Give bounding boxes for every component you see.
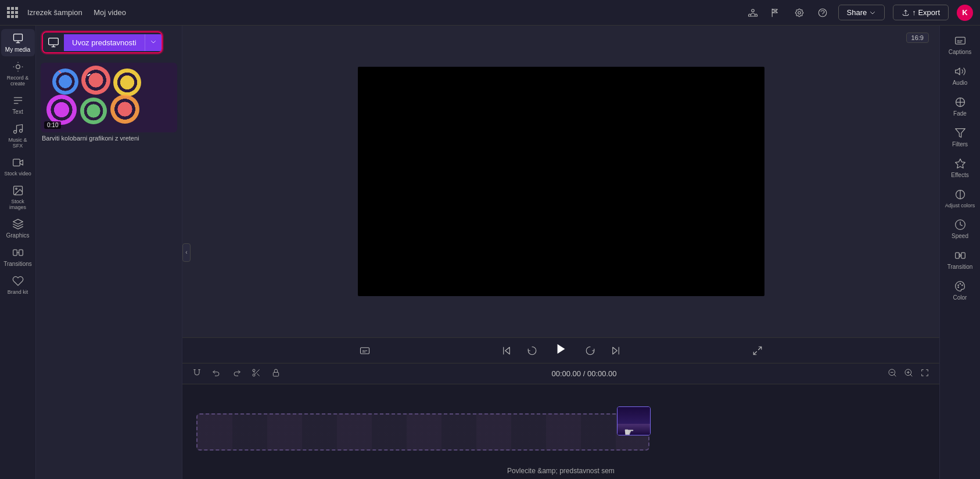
play-button[interactable] [550, 340, 572, 361]
main-area: My media Record & create Text Music & SF… [0, 26, 980, 479]
flag-button[interactable] [769, 5, 784, 20]
sidebar-item-brand-kit[interactable]: Brand kit [1, 272, 35, 298]
svg-rect-8 [19, 250, 23, 255]
sidebar-item-record-create[interactable]: Record & create [1, 57, 35, 90]
drag-hint: Povlecite &amp; predstavnost sem [507, 467, 615, 475]
drag-cursor: ☛ [624, 425, 634, 439]
brand-icon [12, 275, 24, 287]
zoom-in-button[interactable] [902, 366, 915, 381]
sidebar-item-stock-images[interactable]: Stock images [1, 181, 35, 214]
sidebar-item-graphics[interactable]: Graphics [1, 215, 35, 242]
svg-rect-13 [273, 372, 278, 376]
right-item-audio[interactable]: Audio [942, 61, 979, 91]
skip-back-button[interactable] [499, 343, 514, 358]
sidebar-item-text[interactable]: Text [1, 91, 35, 118]
video-preview: 16:9 [182, 26, 939, 337]
avatar[interactable]: K [957, 5, 973, 21]
center-area: 16:9 [182, 26, 939, 479]
right-item-label: Effects [951, 172, 968, 178]
video-title: Moj video [94, 8, 126, 17]
media-grid: 0:10 Barviti kolobarni grafikoni z vrete… [36, 58, 182, 146]
import-dropdown-button[interactable] [145, 34, 161, 51]
playback-controls [182, 337, 939, 363]
project-name: Izrezek šampion [27, 8, 82, 17]
right-item-captions[interactable]: Captions [942, 30, 979, 60]
forward-button[interactable] [583, 343, 598, 358]
svg-point-23 [959, 283, 961, 285]
rewind-button[interactable] [525, 343, 540, 358]
image-icon [12, 185, 24, 196]
cut-button[interactable] [250, 366, 263, 381]
caption-toggle-button[interactable] [357, 343, 372, 358]
timeline-time: 00:00.00 / 00:00.00 [551, 369, 616, 378]
right-item-label: Fade [953, 110, 967, 117]
right-item-adjust-colors[interactable]: Adjust colors [942, 184, 979, 213]
lock-button[interactable] [270, 366, 282, 381]
export-button[interactable]: ↑ Export [893, 5, 949, 20]
timeline-track[interactable]: ☛ [196, 413, 649, 451]
time-sep: / [583, 369, 587, 378]
sidebar-item-my-media[interactable]: My media [1, 29, 35, 56]
media-panel-header: Uvoz predstavnosti [36, 26, 182, 58]
total-time: 00:00.00 [587, 369, 617, 378]
video-icon [12, 157, 24, 168]
transitions-icon [12, 247, 24, 258]
record-icon [12, 61, 24, 73]
aspect-ratio-badge[interactable]: 16:9 [906, 33, 929, 43]
sidebar-item-label: Stock images [3, 199, 33, 210]
effects-icon [954, 158, 966, 170]
sidebar-item-music-sfx[interactable]: Music & SFX [1, 120, 35, 152]
right-item-effects[interactable]: Effects [942, 153, 979, 183]
import-label: Uvoz predstavnosti [72, 38, 137, 47]
audio-icon [954, 66, 966, 77]
color-icon [954, 280, 966, 292]
video-canvas [358, 67, 764, 296]
sidebar-item-label: Text [12, 109, 23, 115]
media-card[interactable]: 0:10 Barviti kolobarni grafikoni z vrete… [41, 63, 177, 142]
magnet-tool-button[interactable] [191, 366, 203, 381]
media-icon [12, 33, 24, 44]
right-item-label: Audio [953, 80, 968, 86]
sidebar-item-label: Record & create [3, 75, 33, 87]
sidebar-item-stock-video[interactable]: Stock video [1, 153, 35, 180]
sidebar-item-label: Brand kit [8, 289, 28, 295]
share-button[interactable]: Share [838, 5, 885, 20]
transition-icon [954, 250, 966, 261]
right-item-speed[interactable]: Speed [942, 214, 979, 244]
skip-forward-button[interactable] [608, 343, 623, 358]
current-time: 00:00.00 [551, 369, 581, 378]
right-item-label: Filters [952, 141, 968, 147]
expand-button[interactable] [750, 343, 765, 358]
svg-point-22 [957, 284, 959, 286]
sidebar-item-transitions[interactable]: Transitions [1, 243, 35, 271]
svg-point-3 [19, 129, 22, 132]
redo-button[interactable] [230, 366, 243, 381]
help-button[interactable] [815, 5, 830, 20]
svg-point-2 [13, 131, 16, 134]
zoom-controls [886, 366, 931, 381]
undo-button[interactable] [210, 366, 223, 381]
music-icon [12, 123, 24, 135]
svg-rect-7 [13, 250, 17, 255]
right-item-label: Captions [949, 49, 971, 55]
right-item-filters[interactable]: Filters [942, 123, 979, 152]
media-panel: Uvoz predstavnosti [36, 26, 182, 479]
import-button[interactable]: Uvoz predstavnosti [64, 34, 145, 51]
right-item-transition[interactable]: Transition [942, 245, 979, 275]
topbar: Izrezek šampion Moj video Share ↑ Export… [0, 0, 980, 26]
grid-icon [7, 7, 18, 18]
import-button-wrapper: Uvoz predstavnosti [42, 31, 163, 53]
fit-button[interactable] [918, 366, 931, 381]
graphics-icon [12, 218, 24, 230]
collaborate-button[interactable] [745, 5, 760, 20]
sidebar-item-label: Music & SFX [3, 137, 33, 149]
svg-point-21 [957, 286, 959, 288]
collapse-panel-button[interactable]: ‹ [182, 243, 191, 262]
right-item-color[interactable]: Color [942, 276, 979, 305]
settings-button[interactable] [792, 5, 807, 20]
right-item-label: Color [953, 294, 967, 301]
right-item-fade[interactable]: Fade [942, 92, 979, 121]
svg-rect-19 [955, 253, 959, 258]
zoom-out-button[interactable] [886, 366, 899, 381]
my-media-button[interactable] [43, 33, 64, 52]
